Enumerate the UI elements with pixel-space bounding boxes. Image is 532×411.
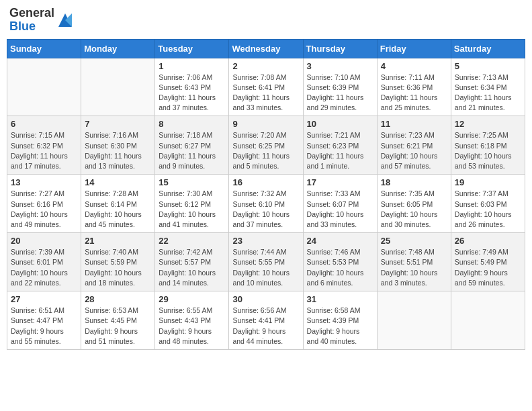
day-number: 27 <box>11 294 77 304</box>
calendar-cell: 1Sunrise: 7:06 AM Sunset: 6:43 PM Daylig… <box>155 58 229 116</box>
day-info: Sunrise: 7:48 AM Sunset: 5:51 PM Dayligh… <box>381 247 447 288</box>
calendar-cell: 26Sunrise: 7:49 AM Sunset: 5:49 PM Dayli… <box>451 233 525 291</box>
calendar-cell: 15Sunrise: 7:30 AM Sunset: 6:12 PM Dayli… <box>155 175 229 233</box>
day-number: 8 <box>159 119 225 129</box>
day-header-thursday: Thursday <box>303 39 377 58</box>
calendar-cell: 29Sunrise: 6:55 AM Sunset: 4:43 PM Dayli… <box>155 291 229 350</box>
calendar-cell: 18Sunrise: 7:35 AM Sunset: 6:05 PM Dayli… <box>377 175 451 233</box>
logo-blue-text: Blue <box>9 19 36 33</box>
day-number: 25 <box>381 236 447 246</box>
day-info: Sunrise: 7:30 AM Sunset: 6:12 PM Dayligh… <box>159 189 225 230</box>
day-info: Sunrise: 7:33 AM Sunset: 6:07 PM Dayligh… <box>307 189 373 230</box>
calendar-cell: 4Sunrise: 7:11 AM Sunset: 6:36 PM Daylig… <box>377 58 451 116</box>
calendar-cell: 19Sunrise: 7:37 AM Sunset: 6:03 PM Dayli… <box>451 175 525 233</box>
day-number: 10 <box>307 119 373 129</box>
day-info: Sunrise: 7:39 AM Sunset: 6:01 PM Dayligh… <box>11 247 77 288</box>
calendar-cell: 12Sunrise: 7:25 AM Sunset: 6:18 PM Dayli… <box>451 116 525 175</box>
day-number: 30 <box>232 294 299 304</box>
day-info: Sunrise: 7:49 AM Sunset: 5:49 PM Dayligh… <box>455 247 521 288</box>
day-number: 24 <box>307 236 373 246</box>
day-number: 19 <box>455 177 521 187</box>
calendar-cell: 23Sunrise: 7:44 AM Sunset: 5:55 PM Dayli… <box>229 233 303 291</box>
calendar-week-row: 13Sunrise: 7:27 AM Sunset: 6:16 PM Dayli… <box>7 175 525 233</box>
day-header-wednesday: Wednesday <box>229 39 303 58</box>
day-header-saturday: Saturday <box>451 39 525 58</box>
day-number: 22 <box>159 236 225 246</box>
calendar-cell: 2Sunrise: 7:08 AM Sunset: 6:41 PM Daylig… <box>229 58 303 116</box>
day-number: 16 <box>232 177 299 187</box>
calendar-week-row: 1Sunrise: 7:06 AM Sunset: 6:43 PM Daylig… <box>7 58 525 116</box>
day-info: Sunrise: 7:25 AM Sunset: 6:18 PM Dayligh… <box>455 130 521 171</box>
day-info: Sunrise: 7:11 AM Sunset: 6:36 PM Dayligh… <box>381 73 447 113</box>
calendar-cell: 30Sunrise: 6:56 AM Sunset: 4:41 PM Dayli… <box>229 291 303 350</box>
calendar-cell: 27Sunrise: 6:51 AM Sunset: 4:47 PM Dayli… <box>7 291 81 350</box>
day-info: Sunrise: 7:10 AM Sunset: 6:39 PM Dayligh… <box>307 73 373 113</box>
calendar-cell: 17Sunrise: 7:33 AM Sunset: 6:07 PM Dayli… <box>303 175 377 233</box>
day-info: Sunrise: 7:35 AM Sunset: 6:05 PM Dayligh… <box>381 189 447 230</box>
day-info: Sunrise: 7:28 AM Sunset: 6:14 PM Dayligh… <box>85 189 151 230</box>
day-info: Sunrise: 7:20 AM Sunset: 6:25 PM Dayligh… <box>232 130 299 171</box>
calendar-cell: 25Sunrise: 7:48 AM Sunset: 5:51 PM Dayli… <box>377 233 451 291</box>
day-info: Sunrise: 6:51 AM Sunset: 4:47 PM Dayligh… <box>11 306 77 347</box>
day-header-tuesday: Tuesday <box>155 39 229 58</box>
day-info: Sunrise: 6:56 AM Sunset: 4:41 PM Dayligh… <box>232 306 299 347</box>
calendar-cell: 28Sunrise: 6:53 AM Sunset: 4:45 PM Dayli… <box>81 291 155 350</box>
logo-general-text: General <box>9 6 54 19</box>
day-info: Sunrise: 7:15 AM Sunset: 6:32 PM Dayligh… <box>11 130 77 171</box>
day-number: 28 <box>85 294 151 304</box>
day-number: 18 <box>381 177 447 187</box>
day-info: Sunrise: 7:13 AM Sunset: 6:34 PM Dayligh… <box>455 73 521 113</box>
calendar-cell: 31Sunrise: 6:58 AM Sunset: 4:39 PM Dayli… <box>303 291 377 350</box>
day-info: Sunrise: 7:18 AM Sunset: 6:27 PM Dayligh… <box>159 130 225 171</box>
day-number: 6 <box>11 119 77 129</box>
day-number: 7 <box>85 119 151 129</box>
calendar-cell: 20Sunrise: 7:39 AM Sunset: 6:01 PM Dayli… <box>7 233 81 291</box>
day-info: Sunrise: 7:44 AM Sunset: 5:55 PM Dayligh… <box>232 247 299 288</box>
calendar-table: SundayMondayTuesdayWednesdayThursdayFrid… <box>7 39 525 350</box>
day-info: Sunrise: 6:58 AM Sunset: 4:39 PM Dayligh… <box>307 306 373 347</box>
day-info: Sunrise: 7:08 AM Sunset: 6:41 PM Dayligh… <box>232 73 299 113</box>
day-info: Sunrise: 7:21 AM Sunset: 6:23 PM Dayligh… <box>307 130 373 171</box>
calendar-cell: 7Sunrise: 7:16 AM Sunset: 6:30 PM Daylig… <box>81 116 155 175</box>
day-number: 11 <box>381 119 447 129</box>
calendar-week-row: 27Sunrise: 6:51 AM Sunset: 4:47 PM Dayli… <box>7 291 525 350</box>
day-number: 17 <box>307 177 373 187</box>
day-number: 9 <box>232 119 299 129</box>
day-number: 23 <box>232 236 299 246</box>
calendar-cell <box>7 58 81 116</box>
day-info: Sunrise: 7:16 AM Sunset: 6:30 PM Dayligh… <box>85 130 151 171</box>
day-info: Sunrise: 7:46 AM Sunset: 5:53 PM Dayligh… <box>307 247 373 288</box>
day-number: 5 <box>455 61 521 71</box>
calendar-cell: 11Sunrise: 7:23 AM Sunset: 6:21 PM Dayli… <box>377 116 451 175</box>
calendar-cell: 13Sunrise: 7:27 AM Sunset: 6:16 PM Dayli… <box>7 175 81 233</box>
calendar-week-row: 20Sunrise: 7:39 AM Sunset: 6:01 PM Dayli… <box>7 233 525 291</box>
calendar-cell: 21Sunrise: 7:40 AM Sunset: 5:59 PM Dayli… <box>81 233 155 291</box>
day-header-sunday: Sunday <box>7 39 81 58</box>
calendar-cell: 22Sunrise: 7:42 AM Sunset: 5:57 PM Dayli… <box>155 233 229 291</box>
calendar-week-row: 6Sunrise: 7:15 AM Sunset: 6:32 PM Daylig… <box>7 116 525 175</box>
calendar-cell: 14Sunrise: 7:28 AM Sunset: 6:14 PM Dayli… <box>81 175 155 233</box>
logo-icon <box>56 11 75 30</box>
calendar-header-row: SundayMondayTuesdayWednesdayThursdayFrid… <box>7 39 525 58</box>
calendar-cell <box>81 58 155 116</box>
day-info: Sunrise: 7:42 AM Sunset: 5:57 PM Dayligh… <box>159 247 225 288</box>
calendar-cell: 8Sunrise: 7:18 AM Sunset: 6:27 PM Daylig… <box>155 116 229 175</box>
day-info: Sunrise: 6:53 AM Sunset: 4:45 PM Dayligh… <box>85 306 151 347</box>
day-number: 12 <box>455 119 521 129</box>
day-header-friday: Friday <box>377 39 451 58</box>
day-number: 31 <box>307 294 373 304</box>
day-number: 1 <box>159 61 225 71</box>
day-info: Sunrise: 7:37 AM Sunset: 6:03 PM Dayligh… <box>455 189 521 230</box>
day-number: 29 <box>159 294 225 304</box>
calendar-cell <box>451 291 525 350</box>
day-number: 13 <box>11 177 77 187</box>
calendar-cell: 10Sunrise: 7:21 AM Sunset: 6:23 PM Dayli… <box>303 116 377 175</box>
day-info: Sunrise: 6:55 AM Sunset: 4:43 PM Dayligh… <box>159 306 225 347</box>
day-info: Sunrise: 7:23 AM Sunset: 6:21 PM Dayligh… <box>381 130 447 171</box>
calendar-cell <box>377 291 451 350</box>
day-header-monday: Monday <box>81 39 155 58</box>
day-number: 20 <box>11 236 77 246</box>
day-number: 26 <box>455 236 521 246</box>
calendar-cell: 5Sunrise: 7:13 AM Sunset: 6:34 PM Daylig… <box>451 58 525 116</box>
calendar-cell: 16Sunrise: 7:32 AM Sunset: 6:10 PM Dayli… <box>229 175 303 233</box>
